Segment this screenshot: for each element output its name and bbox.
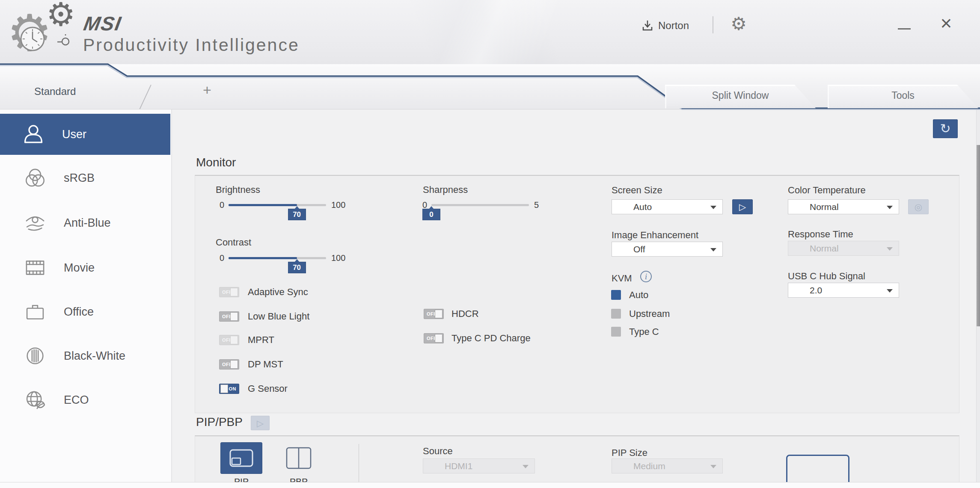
chevron-down-icon xyxy=(887,289,893,293)
source-dropdown: HDMI1 xyxy=(423,458,535,473)
header-divider xyxy=(713,16,713,33)
sharpness-slider[interactable]: 0 0 5 xyxy=(413,201,539,209)
low-blue-light-toggle[interactable]: OFF xyxy=(219,311,239,322)
chevron-down-icon xyxy=(887,247,893,251)
slider-min: 0 xyxy=(210,253,224,263)
sidebar-item-user[interactable]: User xyxy=(0,114,170,155)
screen-size-label: Screen Size xyxy=(612,185,662,196)
type-c-pd-charge-label: Type C PD Charge xyxy=(451,333,531,344)
sidebar: User sRGB Anti-Blue xyxy=(0,109,172,488)
chevron-down-icon xyxy=(710,465,716,468)
dp-mst-toggle[interactable]: OFF xyxy=(219,359,239,370)
tab-tools-label: Tools xyxy=(891,90,915,101)
scrollbar-thumb[interactable] xyxy=(977,145,980,326)
chevron-down-icon xyxy=(523,465,529,468)
g-sensor-label: G Sensor xyxy=(248,383,288,394)
source-label: Source xyxy=(423,446,453,457)
settings-gear-icon[interactable]: ⚙ xyxy=(728,13,750,35)
sidebar-item-label: Office xyxy=(64,305,94,319)
sidebar-item-label: Movie xyxy=(64,261,95,275)
main-content: User sRGB Anti-Blue xyxy=(0,109,980,488)
brightness-label: Brightness xyxy=(216,184,260,195)
sidebar-item-office[interactable]: Office xyxy=(2,291,170,332)
pip-panel: PIP PBP Source HDMI1 PIP Size Medium xyxy=(195,435,959,488)
mprt-toggle[interactable]: OFF xyxy=(219,335,239,345)
download-icon xyxy=(642,20,653,32)
kvm-option-auto[interactable] xyxy=(611,290,621,300)
norton-button[interactable]: Norton xyxy=(642,17,702,34)
slider-max: 100 xyxy=(331,200,345,210)
low-blue-light-label: Low Blue Light xyxy=(248,311,309,322)
slider-badge[interactable]: 0 xyxy=(422,209,440,220)
adaptive-sync-toggle[interactable]: OFF xyxy=(219,287,239,297)
scrollbar-track[interactable] xyxy=(976,109,980,488)
slider-badge[interactable]: 70 xyxy=(288,262,306,273)
kvm-option-upstream-label: Upstream xyxy=(629,308,670,319)
sidebar-item-anti-blue[interactable]: Anti-Blue xyxy=(2,202,170,243)
pbp-icon xyxy=(285,447,312,470)
dp-mst-label: DP MST xyxy=(248,359,283,370)
kvm-option-type-c[interactable] xyxy=(611,327,621,337)
tab-tools[interactable]: Tools xyxy=(828,85,978,108)
sidebar-item-label: User xyxy=(62,128,86,141)
kvm-option-type-c-label: Type C xyxy=(629,326,659,337)
chevron-down-icon xyxy=(710,248,716,251)
add-tab-button[interactable]: + xyxy=(198,80,217,99)
logo-clock-icon xyxy=(19,26,46,52)
logo-pendulum-icon xyxy=(56,31,74,48)
contrast-slider[interactable]: 0 70 100 xyxy=(210,254,345,262)
reset-button[interactable]: ↻ xyxy=(933,119,958,138)
screen-size-apply-button[interactable]: ▷ xyxy=(732,199,753,214)
kvm-option-auto-label: Auto xyxy=(629,290,648,301)
logo-gear-small-icon: ⚙ xyxy=(46,0,75,31)
anti-blue-icon xyxy=(24,212,46,234)
color-temperature-label: Color Temperature xyxy=(788,185,866,196)
window-bottom-edge xyxy=(0,482,980,488)
pip-mode-button[interactable] xyxy=(220,442,262,474)
sidebar-item-eco[interactable]: ECO xyxy=(2,379,170,420)
pbp-mode-button[interactable] xyxy=(278,442,320,474)
close-icon[interactable]: × xyxy=(935,11,957,35)
minimize-button[interactable] xyxy=(894,17,914,34)
g-sensor-toggle[interactable]: ON xyxy=(219,384,239,394)
app-window: ⚙ ⚙ MSI Productivity Intelligence xyxy=(0,0,980,488)
tab-standard[interactable]: Standard xyxy=(34,86,76,98)
contrast-track[interactable]: 70 xyxy=(229,257,326,259)
pip-panel-divider xyxy=(359,444,359,488)
brand-logo: MSI xyxy=(82,12,123,35)
adaptive-sync-label: Adaptive Sync xyxy=(248,287,308,298)
slider-fill xyxy=(229,257,297,259)
tab-split-window[interactable]: Split Window xyxy=(665,85,816,108)
app-logo: ⚙ ⚙ xyxy=(6,1,83,61)
black-white-icon xyxy=(24,345,46,367)
brightness-track[interactable]: 70 xyxy=(229,204,326,206)
image-enhancement-dropdown[interactable]: Off xyxy=(612,242,723,257)
info-icon[interactable]: i xyxy=(640,271,652,282)
slider-badge[interactable]: 70 xyxy=(288,209,306,220)
monitor-section-title: Monitor xyxy=(196,156,236,169)
sidebar-item-label: Black-White xyxy=(64,349,125,363)
usb-c-hub-signal-dropdown[interactable]: 2.0 xyxy=(788,283,899,298)
type-c-pd-charge-toggle[interactable]: OFF xyxy=(424,333,444,343)
screen-size-dropdown[interactable]: Auto xyxy=(612,199,723,214)
monitor-panel: Brightness 0 70 100 Contrast 0 70 100 xyxy=(195,175,959,413)
response-time-dropdown: Normal xyxy=(788,241,899,256)
sharpness-track[interactable]: 0 xyxy=(431,204,529,206)
tab-split-window-label: Split Window xyxy=(712,90,769,101)
kvm-option-upstream[interactable] xyxy=(611,309,621,319)
slider-fill xyxy=(229,204,297,206)
norton-label: Norton xyxy=(658,20,689,32)
sidebar-item-movie[interactable]: Movie xyxy=(2,247,170,288)
app-title: Productivity Intelligence xyxy=(83,35,300,55)
usb-c-hub-signal-label: USB C Hub Signal xyxy=(788,271,865,282)
slider-max: 100 xyxy=(331,253,345,263)
sidebar-item-black-white[interactable]: Black-White xyxy=(2,335,170,376)
sidebar-item-srgb[interactable]: sRGB xyxy=(2,157,170,198)
brightness-slider[interactable]: 0 70 100 xyxy=(210,201,345,209)
hdcr-toggle[interactable]: OFF xyxy=(424,309,444,319)
color-temperature-dropdown[interactable]: Normal xyxy=(788,199,899,214)
slider-max: 5 xyxy=(534,200,539,210)
image-enhancement-label: Image Enhancement xyxy=(612,230,698,241)
pip-icon xyxy=(229,449,254,467)
chevron-down-icon xyxy=(887,206,893,209)
